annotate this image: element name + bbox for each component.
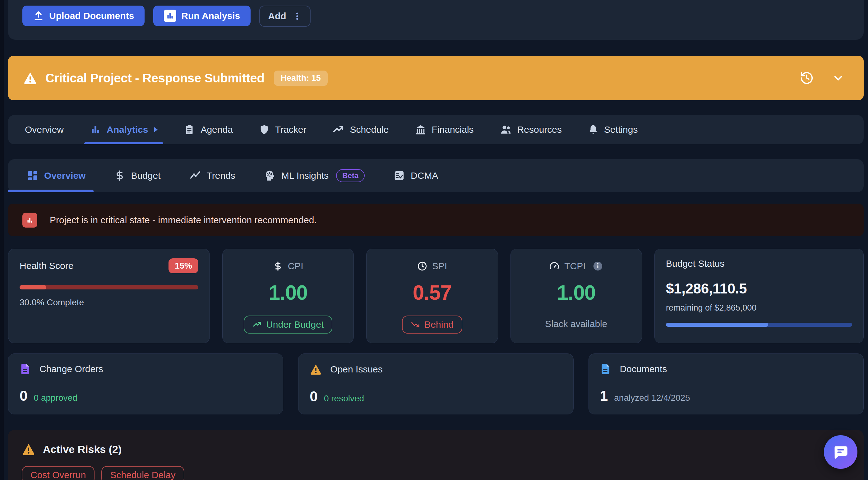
cpi-card: CPI 1.00 Under Budget [222,249,354,343]
nav-agenda-label: Agenda [200,124,232,135]
kebab-menu-icon [292,11,302,22]
caret-right-icon [154,127,158,132]
banner-chevron-down-icon[interactable] [832,72,844,84]
nav-overview-label: Overview [25,124,64,135]
ml-head-gear-icon [264,170,276,182]
bank-icon [415,124,426,135]
subtab-dcma[interactable]: DCMA [393,159,438,192]
nav-settings-label: Settings [604,124,638,135]
documents-title: Documents [620,364,667,374]
documents-caption: analyzed 12/4/2025 [614,393,690,403]
critical-banner[interactable]: Critical Project - Response Submitted He… [8,56,864,100]
nav-tab-tracker[interactable]: Tracker [259,115,307,144]
health-percent-badge: 15% [168,258,198,273]
critical-state-alert: Project is in critical state - immediate… [8,204,864,236]
nav-tab-schedule[interactable]: Schedule [332,115,389,144]
budget-status-title: Budget Status [666,258,852,269]
nav-tracker-label: Tracker [275,124,307,135]
subtab-overview[interactable]: Overview [27,159,86,192]
budget-status-card: Budget Status $1,286,110.5 remaining of … [654,249,864,343]
health-progress-bar [20,285,198,289]
open-issues-card: Open Issues 0 0 resolved [298,353,573,414]
cpi-status-badge: Under Budget [244,316,332,333]
dollar-icon [114,170,125,181]
bell-icon [588,124,598,135]
spi-clock-icon [417,261,427,271]
budget-progress-fill [666,323,768,327]
trend-up-icon [252,320,262,329]
nav-tab-analytics[interactable]: Analytics [90,115,158,144]
checklist-icon [393,170,405,182]
warning-triangle-icon [23,71,37,85]
stats-row: Change Orders 0 0 approved Open Issues 0… [8,353,864,414]
upload-icon [33,10,44,22]
users-icon [500,124,512,135]
health-score-card: Health Score 15% 30.0% Complete [8,249,210,343]
risk-badge-cost-overrun[interactable]: Cost Overrun [22,466,94,480]
active-risks-panel: Active Risks (2) Cost Overrun Schedule D… [8,430,864,480]
nav-analytics-label: Analytics [106,124,148,135]
metrics-row: Health Score 15% 30.0% Complete CPI 1.00… [8,249,864,338]
dashboard-grid-icon [27,170,38,182]
page: Upload Documents Run Analysis Add Critic… [4,0,868,480]
trend-down-icon [411,320,420,329]
subtab-ml-insights[interactable]: ML Insights Beta [264,159,365,192]
health-complete-caption: 30.0% Complete [20,297,198,308]
chat-bubble-icon [833,444,849,460]
upload-documents-button[interactable]: Upload Documents [22,6,145,26]
cpi-value: 1.00 [269,281,307,305]
subtab-trends[interactable]: Trends [189,159,235,192]
change-orders-count: 0 [20,387,28,404]
tcpi-value: 1.00 [557,281,595,305]
health-score-title: Health Score [20,260,73,271]
top-toolbar: Upload Documents Run Analysis Add [8,0,864,40]
subtab-budget[interactable]: Budget [114,159,160,192]
cpi-dollar-icon [273,261,283,271]
nav-tab-agenda[interactable]: Agenda [184,115,232,144]
upload-documents-label: Upload Documents [49,10,134,21]
budget-amount: $1,286,110.5 [666,280,852,297]
tcpi-caption: Slack available [545,319,607,329]
nav-financials-label: Financials [432,124,474,135]
chat-fab-button[interactable] [824,435,858,469]
trending-up-icon [332,124,344,135]
change-orders-caption: 0 approved [34,393,78,403]
subtab-trends-label: Trends [207,170,235,181]
bar-chart-icon [164,10,176,22]
subtab-budget-label: Budget [131,170,160,181]
alert-message: Project is in critical state - immediate… [50,215,317,225]
health-progress-fill [20,285,46,289]
open-issues-caption: 0 resolved [324,393,364,404]
active-risks-title: Active Risks (2) [43,443,122,455]
subtab-ml-insights-label: ML Insights [281,170,329,181]
file-blue-icon [600,363,612,375]
documents-count: 1 [600,387,608,404]
run-analysis-button[interactable]: Run Analysis [153,6,251,26]
subtab-overview-label: Overview [44,170,86,181]
open-issues-count: 0 [310,388,318,405]
spi-label: SPI [432,261,447,271]
info-icon[interactable] [593,261,603,271]
risks-warning-icon [22,442,35,456]
tcpi-card: TCPI 1.00 Slack available [510,249,642,343]
spi-value: 0.57 [413,281,452,305]
trend-line-icon [189,170,201,182]
nav-tab-resources[interactable]: Resources [500,115,562,144]
history-icon[interactable] [800,71,814,85]
add-label: Add [268,11,286,22]
cpi-label: CPI [288,261,303,271]
warning-orange-icon [310,363,322,376]
run-analysis-label: Run Analysis [181,10,240,21]
clipboard-icon [184,124,195,135]
banner-title: Critical Project - Response Submitted [45,71,265,85]
nav-tab-financials[interactable]: Financials [415,115,474,144]
spi-card: SPI 0.57 Behind [366,249,498,343]
nav-tab-settings[interactable]: Settings [588,115,638,144]
add-button[interactable]: Add [259,6,310,27]
file-purple-icon [20,363,31,375]
alert-chart-icon [22,213,37,228]
nav-tab-overview[interactable]: Overview [25,115,64,144]
spi-status-label: Behind [424,319,453,330]
risk-badge-schedule-delay[interactable]: Schedule Delay [101,466,184,480]
tcpi-gauge-icon [549,261,559,271]
